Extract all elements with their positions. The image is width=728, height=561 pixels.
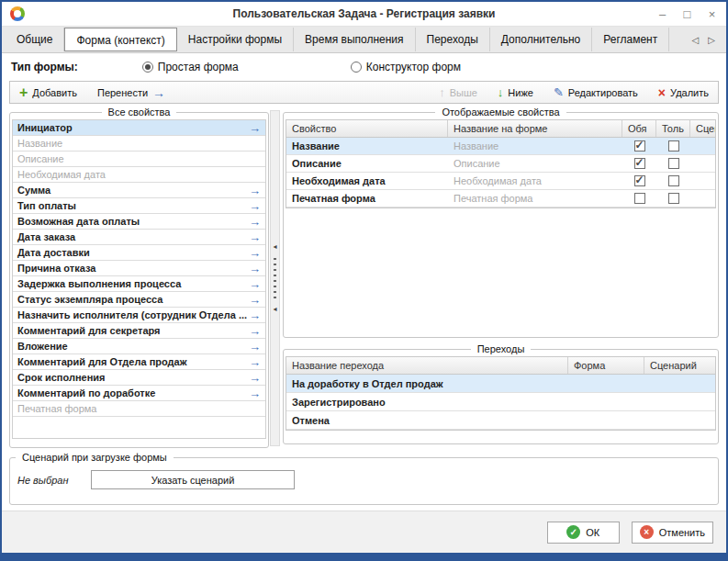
property-item-label: Причина отказа (17, 263, 95, 274)
required-checkbox[interactable] (634, 158, 645, 169)
property-item[interactable]: Сумма → (13, 183, 265, 198)
move-button[interactable]: Перенести → (97, 86, 165, 99)
table-row[interactable]: Печатная форма Печатная форма (286, 190, 715, 208)
form-type-row: Тип формы: Простая форма Конструктор фор… (2, 53, 726, 81)
property-item[interactable]: Дата заказа → (13, 230, 265, 245)
column-header-readonly[interactable]: Толь (656, 120, 690, 137)
move-right-arrow-icon: → (249, 231, 261, 243)
tab-obshchie[interactable]: Общие (6, 28, 64, 51)
property-item[interactable]: Причина отказа → (13, 261, 265, 276)
move-up-button-label: Выше (450, 87, 477, 98)
required-checkbox[interactable] (634, 175, 645, 186)
required-checkbox[interactable] (634, 140, 645, 151)
window-title: Пользовательская Задача - Регистрация за… (2, 7, 726, 20)
property-item[interactable]: Печатная форма (13, 401, 265, 417)
transition-name-cell: На доработку в Отдел продаж (286, 378, 568, 389)
delete-button[interactable]: × Удалить (658, 86, 709, 99)
load-script-row: Не выбран Указать сценарий (10, 463, 718, 489)
radio-simple-form-label: Простая форма (158, 61, 239, 73)
column-header-property[interactable]: Свойство (286, 120, 448, 137)
close-icon[interactable]: × (705, 7, 719, 21)
column-header-script[interactable]: Сценарий (644, 357, 715, 374)
property-item-label: Задержка выполнения процесса (17, 278, 181, 289)
collapse-left-icon[interactable]: ◂ (273, 243, 276, 251)
property-item[interactable]: Вложение → (13, 339, 265, 354)
dialog-window: Пользовательская Задача - Регистрация за… (0, 0, 728, 561)
property-item[interactable]: Описание (13, 151, 265, 167)
property-item-label: Комментарий по доработке (17, 387, 155, 398)
property-item[interactable]: Дата доставки → (13, 245, 265, 261)
move-up-button[interactable]: ↑ Выше (439, 86, 477, 98)
tab-reglament[interactable]: Регламент (592, 28, 669, 51)
property-item[interactable]: Необходимая дата (13, 167, 265, 183)
tab-dopolnitelno[interactable]: Дополнительно (490, 28, 592, 51)
tab-forma-kontekst[interactable]: Форма (контекст) (64, 28, 176, 51)
move-down-button[interactable]: ↓ Ниже (498, 86, 533, 98)
minimize-icon[interactable]: – (655, 7, 669, 21)
property-item[interactable]: Комментарий по доработке → (13, 386, 265, 401)
cancel-button-label: Отменить (659, 527, 705, 538)
property-item[interactable]: Возможная дата оплаты → (13, 214, 265, 230)
readonly-checkbox[interactable] (668, 193, 679, 204)
column-header-form[interactable]: Форма (568, 357, 644, 374)
splitter-grip[interactable] (274, 258, 276, 298)
radio-simple-form-icon[interactable] (142, 62, 153, 73)
form-type-label: Тип формы: (11, 61, 78, 73)
table-row[interactable]: На доработку в Отдел продаж (286, 375, 715, 393)
property-item[interactable]: Задержка выполнения процесса → (13, 276, 265, 292)
property-item[interactable]: Название (13, 136, 265, 151)
property-item-label: Статус экземпляра процесса (17, 294, 162, 305)
column-header-transition-name[interactable]: Название перехода (286, 357, 568, 374)
column-header-form-name[interactable]: Название на форме (448, 120, 622, 137)
table-row[interactable]: Необходимая дата Необходимая дата (286, 173, 715, 190)
tab-vremya-vypolneniya[interactable]: Время выполнения (294, 28, 415, 51)
column-header-script[interactable]: Сцен (690, 120, 715, 137)
form-name-cell: Описание (448, 158, 622, 169)
move-right-arrow-icon: → (249, 341, 261, 353)
property-item-label: Дата доставки (17, 247, 90, 258)
required-checkbox[interactable] (634, 193, 645, 204)
ok-check-icon: ✓ (566, 525, 580, 539)
tab-scroll-nav: ◁ ▷ (685, 35, 722, 45)
panel-splitter[interactable]: ◂ ◂ (270, 110, 280, 446)
property-item[interactable]: Тип оплаты → (13, 198, 265, 214)
choose-script-button[interactable]: Указать сценарий (91, 470, 295, 489)
move-right-arrow-icon: → (249, 122, 261, 134)
footer-bar: ✓ ОК × Отменить (2, 511, 726, 553)
maximize-icon[interactable]: □ (680, 7, 694, 21)
property-item[interactable]: Комментарий для Отдела продаж → (13, 354, 265, 370)
tab-nastroyki-formy[interactable]: Настройки формы (177, 28, 294, 51)
property-item-label: Описание (17, 153, 64, 164)
property-item[interactable]: Срок исполнения → (13, 370, 265, 386)
table-row[interactable]: Описание Описание (286, 155, 715, 173)
readonly-checkbox[interactable] (668, 140, 679, 151)
all-properties-groupbox: Все свойства Инициатор → Название Описан… (9, 107, 269, 448)
ok-button[interactable]: ✓ ОК (547, 522, 620, 544)
cancel-x-icon: × (640, 525, 654, 539)
add-button[interactable]: + Добавить (19, 85, 77, 100)
collapse-left-icon[interactable]: ◂ (273, 306, 276, 313)
property-item-label: Комментарий для секретаря (17, 325, 161, 336)
radio-form-builder-icon[interactable] (351, 62, 362, 73)
property-item[interactable]: Статус экземпляра процесса → (13, 292, 265, 308)
property-item[interactable]: Комментарий для секретаря → (13, 323, 265, 339)
property-item-label: Необходимая дата (17, 169, 106, 180)
readonly-checkbox[interactable] (668, 158, 679, 169)
tab-scroll-right-icon[interactable]: ▷ (708, 35, 715, 45)
radio-option-simple-form[interactable]: Простая форма (142, 61, 239, 73)
table-row[interactable]: Отмена (286, 411, 715, 430)
edit-button[interactable]: ✎ Редактировать (554, 86, 638, 98)
readonly-checkbox[interactable] (668, 175, 679, 186)
tab-scroll-left-icon[interactable]: ◁ (692, 35, 700, 45)
table-row[interactable]: Название Название (286, 138, 715, 155)
table-header: Свойство Название на форме Обя Толь Сцен (286, 120, 715, 138)
plus-icon: + (19, 85, 28, 100)
property-item[interactable]: Инициатор → (13, 120, 265, 136)
radio-option-form-builder[interactable]: Конструктор форм (351, 61, 461, 73)
property-item-label: Печатная форма (17, 403, 96, 414)
cancel-button[interactable]: × Отменить (632, 522, 713, 544)
property-item[interactable]: Назначить исполнителя (сотрудник Отдела … (13, 308, 265, 323)
column-header-required[interactable]: Обя (622, 120, 656, 137)
table-row[interactable]: Зарегистрировано (286, 393, 715, 411)
tab-perekhody[interactable]: Переходы (416, 28, 490, 51)
